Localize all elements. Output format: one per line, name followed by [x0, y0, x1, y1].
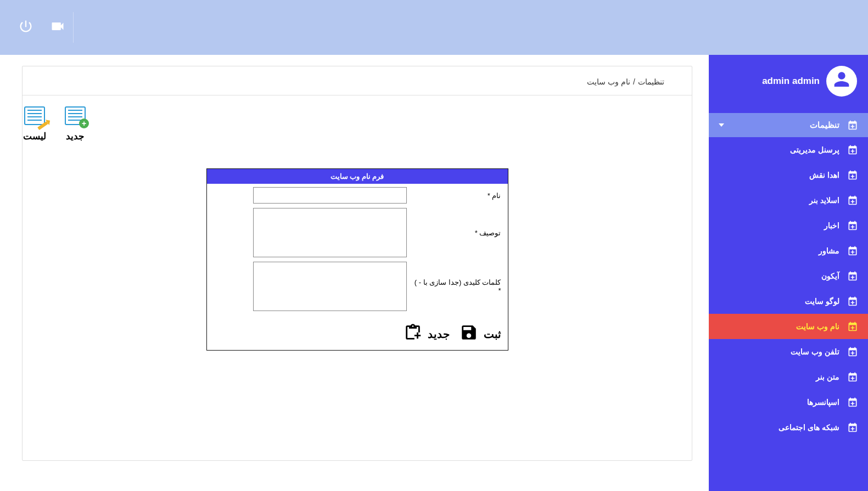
- list-button-label: لیست: [23, 131, 46, 142]
- new-button-label: جدید: [66, 131, 85, 142]
- sidebar-item-label: مشاور: [819, 246, 839, 255]
- sidebar-item-label: اهدا نقش: [809, 171, 839, 179]
- sidebar-item-label: شبکه های اجتماعی: [779, 423, 839, 432]
- sidebar-item-label: آیکون: [821, 272, 839, 280]
- toolbar: لیست + جدید: [23, 95, 692, 152]
- power-icon: [18, 19, 33, 36]
- form-body: نام * توصیف * کلمات کلیدی (جدا سازی با -…: [207, 184, 508, 321]
- form-title: فرم نام وب سایت: [207, 169, 508, 184]
- nav-header-settings[interactable]: تنظیمات: [709, 113, 868, 137]
- sidebar-item-social[interactable]: شبکه های اجتماعی: [709, 415, 868, 440]
- sidebar-item-banner-text[interactable]: متن بنر: [709, 364, 868, 390]
- sidebar-item-label: متن بنر: [816, 373, 839, 381]
- sidebar-item-label: اخبار: [824, 221, 839, 230]
- calendar-plus-icon: [847, 195, 858, 206]
- keywords-input[interactable]: [253, 262, 407, 311]
- calendar-plus-icon: [847, 170, 858, 180]
- topbar: [0, 0, 868, 55]
- sidebar-item-icon[interactable]: آیکون: [709, 263, 868, 289]
- breadcrumb: تنظیمات / نام وب سایت: [23, 66, 692, 95]
- main: تنظیمات / نام وب سایت لیست + جدید فرم نا…: [22, 66, 692, 491]
- sidebar-item-personnel[interactable]: پرسنل مدیریتی: [709, 137, 868, 162]
- calendar-plus-icon: [847, 144, 858, 155]
- calendar-plus-icon: [847, 422, 858, 433]
- submit-label: ثبت: [484, 328, 501, 341]
- list-icon: [23, 105, 47, 126]
- calendar-plus-icon: [847, 371, 858, 382]
- calendar-plus-icon: [847, 245, 858, 256]
- calendar-plus-icon: [847, 220, 858, 231]
- form-row-name: نام *: [214, 187, 501, 204]
- desc-input[interactable]: [253, 208, 407, 257]
- sidebar-item-label: تلفن وب سایت: [791, 347, 839, 356]
- form-row-desc: توصیف *: [214, 208, 501, 257]
- sidebar-item-grant-role[interactable]: اهدا نقش: [709, 162, 868, 188]
- form-wrap: فرم نام وب سایت نام * توصیف * کلمات کلید…: [23, 152, 692, 367]
- calendar-plus-icon: [847, 321, 858, 332]
- form-row-keywords: کلمات کلیدی (جدا سازی با - ) *: [214, 262, 501, 311]
- sidebar-item-consultant[interactable]: مشاور: [709, 238, 868, 263]
- form-new-label: جدید: [428, 328, 450, 341]
- video-icon: [50, 19, 65, 36]
- topbar-icons: [10, 12, 74, 43]
- clipboard-plus-icon: [404, 323, 422, 345]
- nav-header-label: تنظیمات: [810, 120, 839, 130]
- avatar: [826, 66, 857, 97]
- name-label: نام *: [413, 191, 501, 200]
- sidebar-item-label: پرسنل مدیریتی: [790, 145, 839, 154]
- sidebar-item-news[interactable]: اخبار: [709, 213, 868, 238]
- form-actions: ثبت جدید: [207, 321, 508, 350]
- desc-label: توصیف *: [413, 229, 501, 237]
- breadcrumb-sep: /: [633, 77, 635, 86]
- keywords-label: کلمات کلیدی (جدا سازی با - ) *: [413, 278, 501, 295]
- new-icon: +: [63, 105, 87, 126]
- username: admin admin: [762, 76, 820, 87]
- sidebar-item-label: نام وب سایت: [796, 322, 839, 331]
- sidebar-item-sponsors[interactable]: اسپانسرها: [709, 390, 868, 415]
- calendar-plus-icon: [847, 120, 858, 131]
- sidebar-item-site-phone[interactable]: تلفن وب سایت: [709, 339, 868, 364]
- video-button[interactable]: [42, 12, 74, 43]
- save-icon: [460, 323, 478, 345]
- form-card: فرم نام وب سایت نام * توصیف * کلمات کلید…: [206, 168, 508, 351]
- calendar-plus-icon: [847, 296, 858, 307]
- list-button[interactable]: لیست: [23, 105, 47, 142]
- breadcrumb-root: تنظیمات: [638, 77, 664, 86]
- sidebar-item-label: اسپانسرها: [807, 398, 839, 407]
- sidebar-user: admin admin: [709, 55, 868, 113]
- sidebar-item-site-logo[interactable]: لوگو سایت: [709, 289, 868, 314]
- new-button[interactable]: + جدید: [63, 105, 87, 142]
- sidebar: admin admin تنظیمات پرسنل مدیریتی اهدا ن…: [709, 55, 868, 491]
- name-input[interactable]: [253, 187, 407, 204]
- calendar-plus-icon: [847, 270, 858, 281]
- calendar-plus-icon: [847, 397, 858, 408]
- submit-button[interactable]: ثبت: [460, 323, 501, 345]
- breadcrumb-current: نام وب سایت: [587, 77, 630, 86]
- calendar-plus-icon: [847, 346, 858, 357]
- sidebar-item-banner-slide[interactable]: اسلاید بنر: [709, 188, 868, 213]
- power-button[interactable]: [10, 12, 42, 43]
- form-new-button[interactable]: جدید: [404, 323, 450, 345]
- sidebar-item-label: اسلاید بنر: [809, 196, 839, 205]
- panel: تنظیمات / نام وب سایت لیست + جدید فرم نا…: [22, 66, 692, 461]
- sidebar-item-site-name[interactable]: نام وب سایت: [709, 314, 868, 339]
- sidebar-item-label: لوگو سایت: [805, 297, 839, 306]
- chevron-down-icon: [719, 123, 724, 127]
